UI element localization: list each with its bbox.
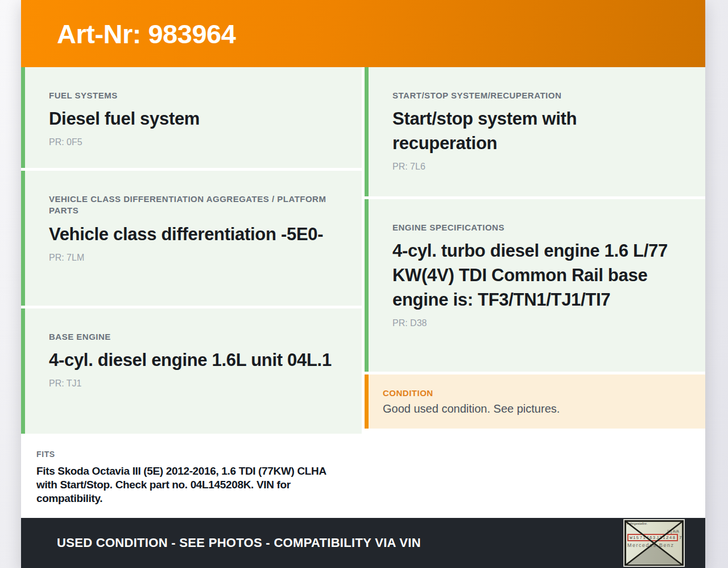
left-column: FUEL SYSTEMS Diesel fuel system PR: 0F5 … [21, 67, 362, 518]
spec-grid: FUEL SYSTEMS Diesel fuel system PR: 0F5 … [21, 67, 705, 518]
spec-card-engine-specifications: ENGINE SPECIFICATIONS 4-cyl. turbo diese… [365, 199, 705, 372]
card-label: START/STOP SYSTEM/RECUPERATION [392, 90, 680, 101]
pr-code: PR: 0F5 [49, 137, 337, 147]
pr-code: PR: 7L6 [392, 162, 680, 172]
condition-card: CONDITION Good used condition. See pictu… [365, 374, 705, 429]
card-title: 4-cyl. turbo diesel engine 1.6 L/77 KW(4… [392, 238, 680, 312]
spec-card-start-stop: START/STOP SYSTEM/RECUPERATION Start/sto… [365, 67, 705, 196]
card-label: ENGINE SPECIFICATIONS [392, 222, 680, 233]
fits-text: Fits Skoda Octavia III (5E) 2012-2016, 1… [36, 464, 340, 505]
condition-label: CONDITION [383, 388, 684, 398]
fits-card: FITS Fits Skoda Octavia III (5E) 2012-20… [21, 437, 362, 518]
spec-card-base-engine: BASE ENGINE 4-cyl. diesel engine 1.6L un… [21, 308, 362, 434]
header-banner: Art-Nr: 983964 [21, 0, 705, 67]
card-label: VEHICLE CLASS DIFFERENTIATION AGGREGATES… [49, 194, 337, 217]
card-label: BASE ENGINE [49, 331, 337, 343]
card-title: Diesel fuel system [49, 106, 337, 131]
condition-text: Good used condition. See pictures. [383, 402, 684, 415]
vehicle-document-stamp: Fahrgestellnr. [4] A/A W1571463J31248 7 … [623, 519, 685, 567]
spec-card-vehicle-class: VEHICLE CLASS DIFFERENTIATION AGGREGATES… [21, 171, 362, 306]
listing-page: Art-Nr: 983964 FUEL SYSTEMS Diesel fuel … [21, 0, 705, 568]
card-title: Start/stop system with recuperation [392, 106, 680, 155]
pr-code: PR: 7LM [49, 253, 337, 263]
footer-banner: USED CONDITION - SEE PHOTOS - COMPATIBIL… [21, 518, 705, 568]
fits-label: FITS [36, 450, 340, 459]
footer-banner-text: USED CONDITION - SEE PHOTOS - COMPATIBIL… [57, 536, 421, 550]
article-number-title: Art-Nr: 983964 [57, 18, 235, 50]
pr-code: PR: D38 [392, 318, 680, 328]
card-label: FUEL SYSTEMS [49, 90, 337, 101]
envelope-cross-icon [624, 520, 684, 566]
spec-card-fuel-systems: FUEL SYSTEMS Diesel fuel system PR: 0F5 [21, 67, 362, 168]
card-title: 4-cyl. diesel engine 1.6L unit 04L.1 [49, 348, 337, 372]
right-column: START/STOP SYSTEM/RECUPERATION Start/sto… [365, 67, 705, 518]
card-title: Vehicle class differentiation -5E0- [49, 222, 337, 246]
pr-code: PR: TJ1 [49, 378, 337, 389]
